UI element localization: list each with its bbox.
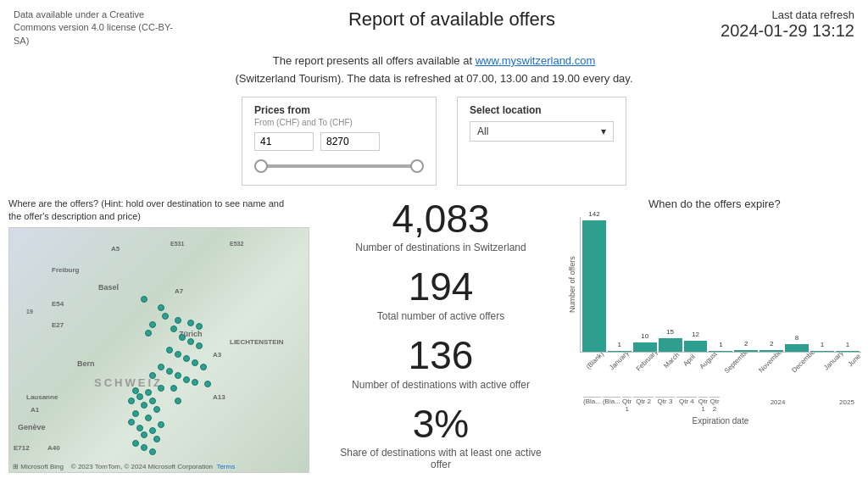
stats-section: 4,083 Number of destinations in Switzerl… — [322, 197, 559, 482]
bar-value-5: 1 — [709, 341, 732, 348]
map-dot-35[interactable] — [136, 425, 143, 431]
cc-license-text: Data available under a Creative Commons … — [14, 8, 183, 47]
bar-group-1: 1 — [608, 220, 632, 352]
map-dot-19[interactable] — [192, 379, 198, 386]
bar-value-4: 12 — [684, 331, 708, 338]
bar-group-9: 1 — [810, 220, 834, 352]
bar-rect-5[interactable] — [709, 351, 732, 352]
bar-value-7: 2 — [760, 340, 783, 348]
map-dot-42[interactable] — [175, 317, 181, 324]
map-dot-32[interactable] — [145, 414, 152, 421]
stat-destinations-active-label: Number of destinations with active offer — [352, 379, 530, 391]
price-from-input[interactable] — [254, 132, 314, 151]
chart-x-title: Expiration date — [580, 416, 861, 426]
bar-rect-1[interactable] — [608, 351, 632, 352]
bar-group-10: 1 — [836, 220, 860, 352]
range-thumb-left[interactable] — [254, 159, 268, 173]
map-dot-36[interactable] — [149, 427, 156, 434]
range-thumb-right[interactable] — [410, 159, 424, 173]
bar-rect-6[interactable] — [734, 350, 758, 352]
map-dot-26[interactable] — [128, 398, 135, 404]
map-dot-8[interactable] — [196, 342, 203, 349]
map-dot-21[interactable] — [158, 385, 164, 392]
map-container[interactable]: Freiburg A5 E531 E532 Basel A7 E54 19 E2… — [8, 227, 309, 473]
map-dot-13[interactable] — [158, 364, 164, 370]
subtitle-line1: The report presents all offers available… — [273, 54, 472, 67]
x-group-4: Qtr 3 — [655, 397, 675, 413]
map-section: Where are the offers? (Hint: hold over d… — [8, 197, 322, 482]
last-refresh-date: 2024-01-29 13:12 — [721, 21, 854, 41]
map-dot-18[interactable] — [183, 376, 190, 383]
map-dot-37[interactable] — [141, 431, 147, 438]
last-refresh-label: Last data refresh — [721, 8, 854, 21]
map-dot-15[interactable] — [166, 368, 173, 375]
location-filter: Select location All ▾ — [457, 97, 626, 186]
range-slider[interactable] — [254, 158, 424, 175]
stat-destinations: 4,083 Number of destinations in Switzerl… — [355, 197, 526, 254]
bar-rect-7[interactable] — [760, 350, 783, 352]
map-dot-9[interactable] — [166, 347, 173, 353]
map-dot-31[interactable] — [132, 410, 139, 417]
bar-group-0: 142 — [582, 220, 606, 352]
year-2024: 2024 — [721, 398, 834, 413]
bar-rect-4[interactable] — [684, 341, 708, 352]
myswitzerland-link[interactable]: www.myswitzerland.com — [476, 54, 596, 67]
map-dot-28[interactable] — [175, 398, 181, 404]
bar-rect-0[interactable] — [582, 220, 606, 352]
map-dot-38[interactable] — [153, 436, 160, 442]
stat-destinations-label: Number of destinations in Switzerland — [355, 242, 526, 253]
map-dot-43[interactable] — [187, 320, 194, 326]
map-dot-1[interactable] — [158, 304, 164, 311]
map-dot-3[interactable] — [149, 321, 156, 328]
map-dot-27[interactable] — [149, 398, 156, 404]
chart-section: When do the offers expire? Number of off… — [559, 197, 861, 482]
map-dot-2[interactable] — [162, 313, 169, 320]
map-dot-41[interactable] — [149, 448, 156, 455]
map-terms-link[interactable]: Terms — [216, 463, 235, 470]
bar-rect-8[interactable] — [785, 344, 809, 352]
map-dot-40[interactable] — [141, 444, 147, 451]
map-dot-20[interactable] — [204, 381, 211, 387]
map-dot-11[interactable] — [183, 355, 190, 362]
map-dot-30[interactable] — [153, 406, 160, 413]
bar-value-2: 10 — [633, 332, 657, 340]
chevron-down-icon: ▾ — [601, 125, 606, 137]
map-dot-4[interactable] — [145, 330, 152, 337]
bar-rect-3[interactable] — [659, 338, 682, 352]
x-group-6: Qtr 1 — [698, 397, 709, 413]
x-group-0: (Bla... — [583, 397, 601, 413]
map-dot-34[interactable] — [158, 421, 164, 428]
location-dropdown[interactable]: All ▾ — [470, 121, 614, 142]
map-dot-14[interactable] — [200, 364, 207, 370]
chart-bars-area: 1421101512122811 — [580, 217, 861, 353]
location-label: Select location — [470, 104, 614, 116]
stat-active-offers-number: 194 — [377, 265, 505, 309]
price-to-input[interactable] — [320, 132, 380, 151]
last-refresh: Last data refresh 2024-01-29 13:12 — [721, 8, 854, 41]
map-dot-33[interactable] — [128, 419, 135, 426]
map-dot-5[interactable] — [170, 325, 177, 332]
prices-sub: From (CHF) and To (CHF) — [254, 118, 424, 127]
subtitle: The report presents all offers available… — [0, 53, 868, 88]
chart-x-groups: (Bla...(Bla...Qtr 1Qtr 2Qtr 3Qtr 4Qtr 1Q… — [580, 397, 861, 413]
map-dot-10[interactable] — [175, 351, 181, 358]
map-dot-0[interactable] — [141, 296, 147, 303]
map-dot-25[interactable] — [136, 393, 143, 400]
filters-row: Prices from From (CHF) and To (CHF) Sele… — [180, 97, 688, 186]
x-group-3: Qtr 2 — [633, 397, 653, 413]
bar-rect-2[interactable] — [633, 342, 657, 352]
map-dot-44[interactable] — [196, 323, 203, 330]
map-dot-29[interactable] — [141, 402, 147, 409]
chart-title: When do the offers expire? — [568, 197, 861, 210]
map-dot-6[interactable] — [179, 334, 186, 341]
bar-rect-10[interactable] — [836, 351, 860, 352]
map-dot-16[interactable] — [149, 372, 156, 379]
map-dot-39[interactable] — [132, 440, 139, 447]
map-dot-17[interactable] — [175, 372, 181, 379]
map-dot-24[interactable] — [145, 389, 152, 396]
map-dot-22[interactable] — [170, 385, 177, 392]
map-dot-12[interactable] — [192, 359, 198, 366]
map-dot-7[interactable] — [187, 338, 194, 345]
location-value: All — [477, 125, 488, 137]
bar-rect-9[interactable] — [810, 351, 834, 352]
